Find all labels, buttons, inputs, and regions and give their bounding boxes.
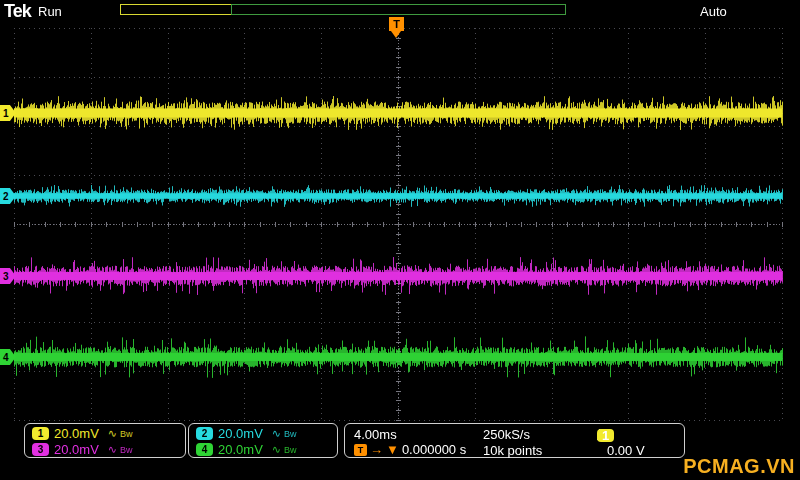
record-view-bar xyxy=(231,4,566,15)
record-length: 10k points xyxy=(483,443,542,458)
horizontal-trigger-readout-group: 4.00ms 250kS/s 10k points T → ▼ 0.000000… xyxy=(344,423,685,458)
ch1-bandwidth-indicator: Bw xyxy=(120,429,133,439)
tek-logo: Tek xyxy=(4,1,31,22)
ch4-badge: 4 xyxy=(196,443,213,456)
trigger-source-badge: 1 xyxy=(597,429,614,442)
horizontal-scale[interactable]: 4.00ms xyxy=(354,427,397,442)
trigger-mode-status: Auto xyxy=(700,4,727,19)
ch2-coupling-icon: ∿ xyxy=(272,427,281,440)
ch2-badge: 2 xyxy=(196,427,213,440)
ch4-scale: 20.0mV xyxy=(218,442,263,457)
ch2-marker-label: 2 xyxy=(0,191,9,202)
trigger-source-readout[interactable]: 1 / xyxy=(597,427,601,443)
trigger-level-icon: ▼ xyxy=(386,442,399,457)
ch2-scale: 20.0mV xyxy=(218,426,263,441)
acquisition-preview-bar xyxy=(120,4,232,15)
scope-display xyxy=(0,0,800,480)
trigger-marker-label: T xyxy=(389,17,404,31)
ch4-readout[interactable]: 4 20.0mV ∿ Bw xyxy=(196,442,297,457)
sample-rate: 250kS/s xyxy=(483,427,530,442)
ch4-coupling-icon: ∿ xyxy=(272,443,281,456)
ch3-badge: 3 xyxy=(32,443,49,456)
ch2-bandwidth-indicator: Bw xyxy=(284,429,297,439)
ch4-bandwidth-indicator: Bw xyxy=(284,445,297,455)
trigger-position-marker[interactable]: T xyxy=(389,17,404,31)
trigger-level-value[interactable]: 0.00 V xyxy=(607,443,645,458)
oscilloscope-screen: Tek Run Auto T 1 2 3 4 1 20.0mV ∿ Bw 3 2… xyxy=(0,0,800,480)
ch3-scale: 20.0mV xyxy=(54,442,99,457)
trigger-badge: T xyxy=(354,444,367,456)
ch3-readout[interactable]: 3 20.0mV ∿ Bw xyxy=(32,442,133,457)
trigger-arrow-icon: → xyxy=(370,442,383,457)
trigger-position-readout[interactable]: T → ▼ 0.000000 s xyxy=(354,442,466,457)
ch2-ch4-readout-group: 2 20.0mV ∿ Bw 4 20.0mV ∿ Bw xyxy=(188,423,338,458)
ch2-readout[interactable]: 2 20.0mV ∿ Bw xyxy=(196,426,297,441)
ch1-coupling-icon: ∿ xyxy=(108,427,117,440)
ch1-marker-label: 1 xyxy=(0,108,9,119)
pcmag-watermark: PCMAG.VN xyxy=(683,455,795,478)
ch3-marker-label: 3 xyxy=(0,271,9,282)
acquisition-status: Run xyxy=(38,4,62,19)
trigger-position-value: 0.000000 s xyxy=(402,442,466,457)
ch3-bandwidth-indicator: Bw xyxy=(120,445,133,455)
ch3-coupling-icon: ∿ xyxy=(108,443,117,456)
ch1-scale: 20.0mV xyxy=(54,426,99,441)
ch1-ch3-readout-group: 1 20.0mV ∿ Bw 3 20.0mV ∿ Bw xyxy=(24,423,186,458)
ch1-badge: 1 xyxy=(32,427,49,440)
ch1-readout[interactable]: 1 20.0mV ∿ Bw xyxy=(32,426,133,441)
ch4-marker-label: 4 xyxy=(0,352,9,363)
